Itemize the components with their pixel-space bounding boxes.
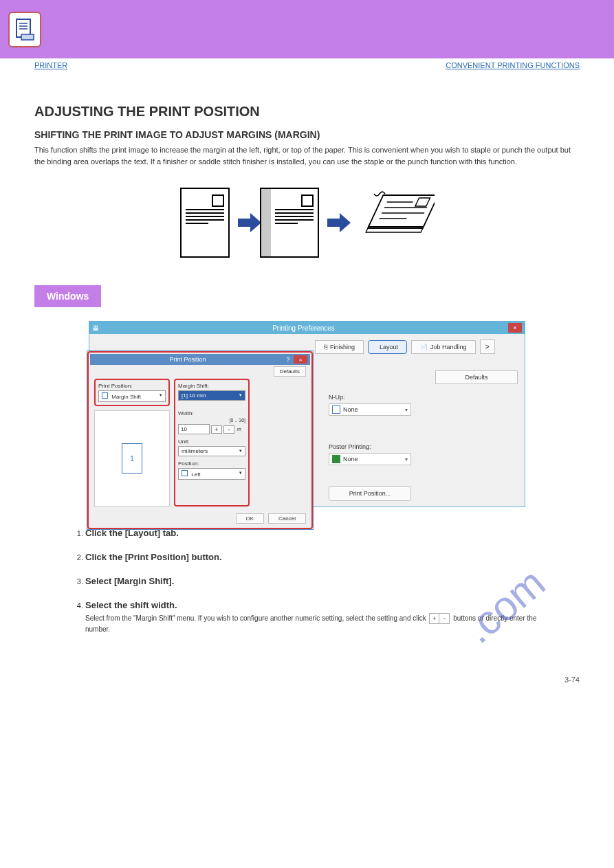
margin-shift-value: [1] 10 mm — [182, 392, 206, 399]
margin-shift-label: Margin Shift: — [178, 383, 245, 389]
finishing-icon: ⎘ — [324, 344, 327, 350]
poster-label: Poster Printing: — [329, 443, 519, 450]
minus-icon: - — [439, 614, 449, 623]
ok-button[interactable]: OK — [236, 513, 265, 524]
width-label: Width: — [178, 410, 245, 416]
steps-list: Click the [Layout] tab. Click the [Print… — [69, 528, 545, 634]
pref-printer-icon: 🖶 — [92, 324, 99, 332]
print-position-button[interactable]: Print Position... — [329, 486, 411, 501]
poster-value: None — [343, 456, 358, 463]
section-subheading: SHIFTING THE PRINT IMAGE TO ADJUST MARGI… — [34, 129, 580, 140]
os-section-tag: Windows — [34, 285, 101, 307]
position-value: Left — [191, 471, 200, 478]
step-title: Select the shift width. — [85, 600, 545, 610]
diagram-bound-output — [359, 188, 435, 257]
step-4: Select the shift width. Select from the … — [85, 600, 545, 634]
defaults-button[interactable]: Defaults — [435, 370, 518, 384]
topbar — [0, 0, 614, 58]
position-select[interactable]: Left — [178, 468, 245, 480]
width-input[interactable]: 10 — [178, 424, 210, 434]
tab-finishing-label: Finishing — [330, 344, 355, 350]
step-3: Select [Margin Shift]. — [85, 576, 545, 586]
cancel-button[interactable]: Cancel — [268, 513, 306, 524]
width-unit-suffix: m — [237, 427, 241, 432]
breadcrumb: PRINTER CONVENIENT PRINTING FUNCTIONS — [0, 58, 614, 83]
tab-layout-label: Layout — [380, 344, 398, 350]
diagram-page-after — [270, 188, 319, 258]
width-range: [0 .. 30] — [178, 418, 245, 423]
print-position-modal: Print Position ? × Defaults Print Positi… — [87, 350, 314, 530]
tab-job-handling[interactable]: 📄 Job Handling — [411, 340, 476, 354]
step4-prefix: Select from the "Margin Shift" menu. If … — [85, 614, 428, 622]
tab-finishing[interactable]: ⎘ Finishing — [315, 340, 364, 354]
print-position-value: Margin Shift — [111, 394, 141, 400]
print-position-label: Print Position: — [98, 383, 166, 389]
pref-window-title: Printing Preferences — [99, 324, 508, 332]
nup-select[interactable]: None — [329, 403, 411, 416]
margin-shift-select[interactable]: [1] 10 mm — [178, 390, 245, 401]
arrow-right-icon — [327, 213, 351, 232]
plus-icon: + — [430, 614, 439, 623]
pref-titlebar: 🖶 Printing Preferences × — [89, 322, 525, 334]
unit-label: Unit: — [178, 438, 245, 445]
printer-logo-icon — [8, 12, 41, 47]
pos-icon — [182, 470, 188, 476]
modal-titlebar: Print Position ? × — [90, 354, 310, 365]
step-2: Click the [Print Position] button. — [85, 552, 545, 562]
intro-paragraph: This function shifts the print image to … — [34, 144, 580, 167]
step-body: Select from the "Margin Shift" menu. If … — [85, 613, 545, 634]
diagram-page-before — [180, 188, 230, 258]
position-label: Position: — [178, 460, 245, 467]
svg-rect-7 — [368, 195, 434, 227]
svg-rect-5 — [366, 228, 423, 232]
unit-value: millimeters — [182, 448, 208, 454]
modal-defaults-button[interactable]: Defaults — [274, 366, 306, 377]
pp-icon — [102, 392, 108, 399]
help-icon[interactable]: ? — [283, 356, 294, 363]
modal-title: Print Position — [93, 356, 283, 363]
job-handling-icon: 📄 — [420, 344, 428, 350]
tab-job-handling-label: Job Handling — [430, 344, 467, 350]
svg-rect-4 — [21, 34, 34, 40]
nup-icon — [332, 405, 340, 414]
step-title: Select [Margin Shift]. — [85, 576, 545, 586]
tab-layout[interactable]: Layout — [368, 340, 407, 354]
poster-select[interactable]: None — [329, 453, 411, 465]
close-icon[interactable]: × — [508, 323, 522, 333]
plus-minus-icon: + - — [429, 613, 450, 624]
width-plus-button[interactable]: + — [211, 425, 222, 434]
width-minus-button[interactable]: - — [223, 425, 234, 434]
arrow-right-icon — [238, 213, 261, 232]
breadcrumb-left-link[interactable]: PRINTER — [34, 61, 67, 69]
page-number: 3-74 — [0, 669, 614, 704]
step-title: Click the [Print Position] button. — [85, 552, 545, 562]
poster-icon — [332, 455, 340, 463]
page-heading: ADJUSTING THE PRINT POSITION — [34, 104, 580, 120]
print-position-select[interactable]: Margin Shift — [98, 390, 166, 402]
preview-page: 1 — [94, 410, 170, 507]
nup-label: N-Up: — [329, 394, 519, 401]
preview-number: 1 — [122, 443, 142, 474]
unit-select[interactable]: millimeters — [178, 446, 245, 456]
preferences-window: 🖶 Printing Preferences × ⎘ Finishing Lay… — [89, 321, 525, 507]
modal-close-icon[interactable]: × — [294, 355, 307, 364]
breadcrumb-right-link[interactable]: CONVENIENT PRINTING FUNCTIONS — [446, 61, 580, 69]
screenshot-wrap: .com 🖶 Printing Preferences × ⎘ Finishin… — [89, 321, 525, 507]
margin-shift-diagram — [34, 188, 580, 258]
tab-next[interactable]: > — [480, 340, 495, 354]
nup-value: None — [343, 406, 358, 413]
